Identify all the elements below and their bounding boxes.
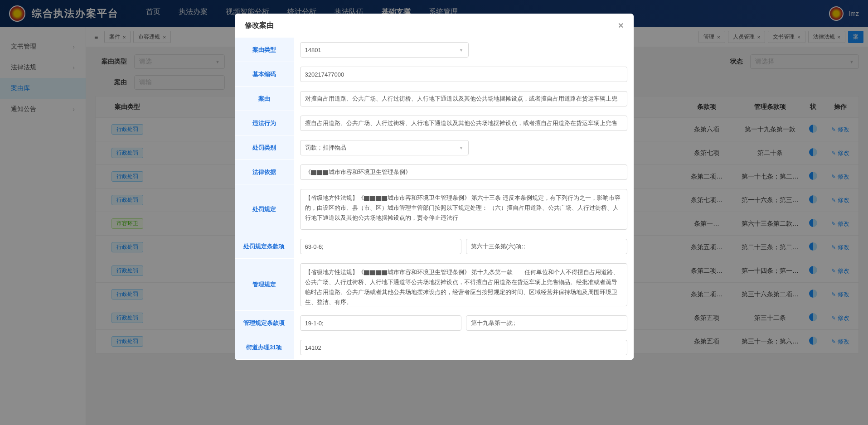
field-label-type: 案由类型	[235, 38, 294, 62]
field-penalty-rule-textarea[interactable]: 【省级地方性法规】《▇▇▇▇城市市容和环境卫生管理条例》 第六十三条 违反本条例…	[300, 189, 627, 230]
close-icon[interactable]: ✕	[618, 21, 624, 30]
field-value: 擅自占用道路、公共广场、人行过街桥、人行地下通道以及其他公共场地摆摊设点，或者擅…	[305, 119, 617, 127]
field-label-legal-basis: 法律依据	[235, 160, 294, 184]
field-street-input[interactable]: 14102	[300, 340, 627, 355]
field-value: 第六十三条第(六)项;;	[471, 242, 525, 251]
field-value: 19-1-0;	[305, 320, 324, 327]
field-label-penalty-type: 处罚类别	[235, 135, 294, 160]
field-mgmt-clause-code[interactable]: 19-1-0;	[300, 315, 461, 331]
chevron-down-icon: ▼	[459, 48, 464, 53]
field-label-illegal: 违法行为	[235, 111, 294, 135]
field-label-mgmt-rule: 管理规定	[235, 259, 294, 311]
field-code-input[interactable]: 320217477000	[300, 67, 627, 82]
field-value: 罚款；扣押物品	[305, 144, 346, 152]
field-penalty-clause-code[interactable]: 63-0-6;	[300, 239, 461, 254]
field-label-mgmt-clause: 管理规定条款项	[235, 311, 294, 335]
field-penalty-clause-text[interactable]: 第六十三条第(六)项;;	[466, 239, 627, 254]
modal-header: 修改案由 ✕	[235, 14, 634, 38]
modal-body: 案由类型 14801▼ 基本编码 320217477000 案由 对擅自占用道路…	[235, 38, 634, 360]
field-cause-input[interactable]: 对擅自占用道路、公共广场、人行过街桥、人行地下通道以及其他公共场地摆摊设点，或者…	[300, 91, 627, 106]
field-label-penalty-clause: 处罚规定条款项	[235, 234, 294, 259]
chevron-down-icon: ▼	[459, 145, 464, 150]
field-value: 《▇▇▇城市市容和环境卫生管理条例》	[305, 168, 411, 176]
field-penalty-type-select[interactable]: 罚款；扣押物品▼	[300, 140, 469, 155]
field-value: 320217477000	[305, 71, 344, 78]
modal-overlay[interactable]: 修改案由 ✕ 案由类型 14801▼ 基本编码 320217477000 案由 …	[0, 0, 868, 425]
field-value: 第十九条第一款;;	[471, 319, 515, 327]
field-mgmt-rule-textarea[interactable]: 【省级地方性法规】《▇▇▇▇城市市容和环境卫生管理条例》 第十九条第一款 任何单…	[300, 263, 627, 306]
field-value: 14801	[305, 47, 321, 53]
field-value: 14102	[305, 344, 321, 351]
edit-cause-modal: 修改案由 ✕ 案由类型 14801▼ 基本编码 320217477000 案由 …	[235, 14, 634, 360]
field-illegal-input[interactable]: 擅自占用道路、公共广场、人行过街桥、人行地下通道以及其他公共场地摆摊设点，或者擅…	[300, 116, 627, 131]
field-legal-basis-input[interactable]: 《▇▇▇城市市容和环境卫生管理条例》	[300, 164, 627, 180]
field-label-street: 街道办理31项	[235, 335, 294, 360]
field-label-cause: 案由	[235, 87, 294, 111]
field-type-select[interactable]: 14801▼	[300, 42, 469, 58]
field-label-penalty-rule: 处罚规定	[235, 184, 294, 234]
field-label-code: 基本编码	[235, 62, 294, 87]
modal-title: 修改案由	[245, 21, 274, 30]
field-mgmt-clause-text[interactable]: 第十九条第一款;;	[466, 315, 627, 331]
field-value: 63-0-6;	[305, 243, 324, 250]
field-value: 对擅自占用道路、公共广场、人行过街桥、人行地下通道以及其他公共场地摆摊设点，或者…	[305, 95, 617, 103]
